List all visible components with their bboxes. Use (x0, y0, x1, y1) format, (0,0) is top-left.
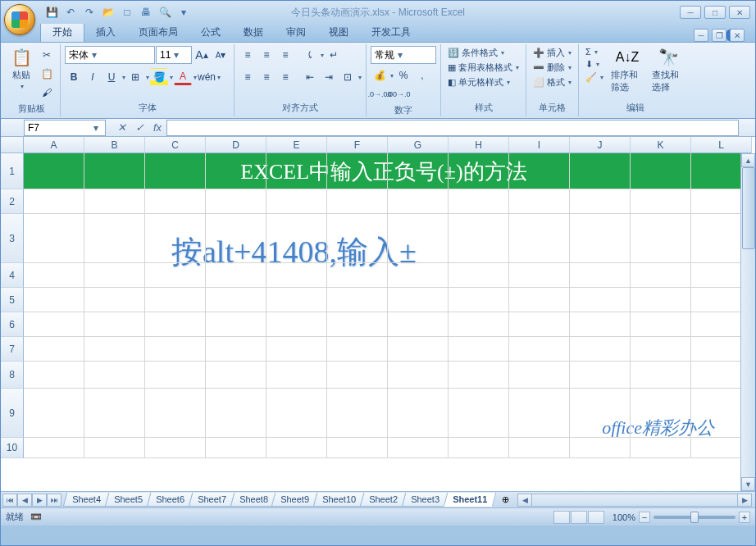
cell[interactable] (570, 288, 631, 312)
cell[interactable] (327, 312, 388, 337)
open-icon[interactable]: 📂 (100, 4, 116, 20)
tab-home[interactable]: 开始 (40, 22, 84, 42)
cell[interactable] (449, 214, 509, 263)
cell[interactable] (24, 288, 84, 312)
increase-indent-icon[interactable]: ⇥ (320, 68, 338, 86)
cell[interactable] (570, 389, 631, 438)
tab-insert[interactable]: 插入 (84, 23, 127, 42)
cell[interactable] (266, 189, 327, 214)
cell[interactable] (570, 438, 631, 458)
tab-view[interactable]: 视图 (317, 23, 360, 42)
cell[interactable] (84, 337, 145, 362)
cell[interactable] (631, 189, 691, 214)
cell[interactable] (145, 189, 206, 214)
workbook-close[interactable]: ✕ (730, 29, 745, 42)
tab-pagelayout[interactable]: 页面布局 (127, 23, 189, 42)
sheet-tab-sheet8[interactable]: Sheet8 (230, 493, 276, 507)
cell[interactable] (388, 288, 449, 312)
tab-developer[interactable]: 开发工具 (360, 23, 422, 42)
paste-button[interactable]: 📋 粘贴 ▾ (7, 46, 36, 92)
decrease-indent-icon[interactable]: ⇤ (301, 68, 319, 86)
cell[interactable] (327, 189, 388, 214)
find-select-button[interactable]: 🔭 查找和选择 (649, 46, 688, 95)
underline-button[interactable]: U (102, 68, 121, 86)
horizontal-scrollbar[interactable]: ◀ ▶ (517, 494, 752, 507)
cell[interactable] (327, 214, 388, 263)
cell[interactable] (449, 189, 509, 214)
cell[interactable] (145, 337, 206, 362)
preview-icon[interactable]: 🔍 (157, 4, 173, 20)
row-header-1[interactable]: 1 (1, 153, 24, 189)
cell[interactable] (388, 214, 449, 263)
merge-icon[interactable]: ⊡ (339, 68, 357, 86)
currency-icon[interactable]: 💰 (371, 66, 389, 84)
cell[interactable] (145, 362, 206, 389)
cell[interactable] (327, 153, 388, 189)
col-header-F[interactable]: F (327, 137, 388, 153)
cell[interactable] (509, 312, 570, 337)
cell[interactable] (84, 153, 145, 189)
font-name-combo[interactable]: 宋体▾ (65, 46, 155, 64)
cell[interactable] (631, 214, 691, 263)
row-header-8[interactable]: 8 (1, 362, 24, 389)
phonetic-icon[interactable]: wén (198, 68, 216, 86)
sheet-tab-sheet11[interactable]: Sheet11 (444, 493, 497, 507)
zoom-in-icon[interactable]: + (739, 512, 750, 523)
cell[interactable] (327, 288, 388, 312)
italic-button[interactable]: I (84, 68, 102, 86)
row-header-9[interactable]: 9 (1, 389, 24, 438)
formula-input[interactable] (166, 120, 739, 136)
border-icon[interactable]: ⊞ (126, 68, 144, 86)
cell[interactable] (206, 389, 266, 438)
maximize-button[interactable]: □ (704, 6, 726, 19)
cell[interactable] (24, 312, 84, 337)
cell[interactable] (145, 438, 206, 458)
align-bottom-icon[interactable]: ≡ (276, 46, 294, 64)
tab-data[interactable]: 数据 (232, 23, 275, 42)
copy-icon[interactable]: 📋 (38, 65, 56, 83)
macro-icon[interactable]: 📼 (30, 512, 42, 522)
new-sheet-icon[interactable]: ⊕ (496, 494, 514, 507)
cell[interactable] (388, 263, 449, 288)
fill-color-icon[interactable]: 🪣 (150, 68, 168, 86)
scroll-right-icon[interactable]: ▶ (737, 494, 751, 506)
select-all-corner[interactable] (1, 137, 24, 153)
cell[interactable] (145, 153, 206, 189)
cell[interactable] (145, 214, 206, 263)
sort-filter-button[interactable]: A↓Z 排序和筛选 (608, 46, 647, 95)
row-header-7[interactable]: 7 (1, 337, 24, 362)
cell[interactable] (509, 389, 570, 438)
row-header-10[interactable]: 10 (1, 438, 24, 458)
col-header-C[interactable]: C (145, 137, 206, 153)
cell[interactable] (509, 189, 570, 214)
zoom-slider[interactable] (654, 516, 736, 519)
cell[interactable] (631, 312, 691, 337)
cell[interactable] (631, 263, 691, 288)
cell[interactable] (84, 389, 145, 438)
cell[interactable] (570, 153, 631, 189)
col-header-B[interactable]: B (84, 137, 145, 153)
scroll-up-icon[interactable]: ▲ (741, 153, 755, 167)
cell[interactable] (145, 312, 206, 337)
cell[interactable] (266, 438, 327, 458)
cell[interactable] (84, 438, 145, 458)
number-format-combo[interactable]: 常规▾ (371, 46, 436, 64)
cell[interactable] (84, 288, 145, 312)
col-header-A[interactable]: A (24, 137, 84, 153)
cell[interactable] (449, 438, 509, 458)
undo-icon[interactable]: ↶ (62, 4, 79, 20)
scroll-down-icon[interactable]: ▼ (741, 477, 755, 491)
cell[interactable] (388, 189, 449, 214)
row-header-3[interactable]: 3 (1, 214, 24, 263)
cell[interactable] (449, 337, 509, 362)
align-middle-icon[interactable]: ≡ (257, 46, 276, 64)
clear-button[interactable]: 🧹▾ (583, 71, 606, 84)
prev-sheet-icon[interactable]: ◀ (17, 494, 32, 507)
vertical-scrollbar[interactable]: ▲ ▼ (740, 153, 755, 491)
zoom-out-icon[interactable]: − (639, 512, 650, 523)
cell[interactable] (24, 337, 84, 362)
font-size-combo[interactable]: 11▾ (156, 46, 192, 64)
cell[interactable] (388, 337, 449, 362)
enter-icon[interactable]: ✓ (130, 121, 148, 135)
cell[interactable] (206, 263, 266, 288)
